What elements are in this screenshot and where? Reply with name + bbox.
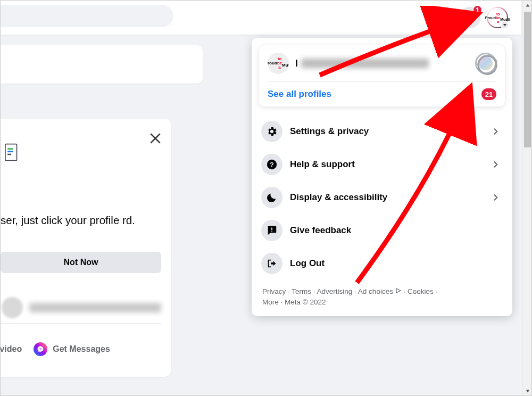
svg-rect-5 (7, 154, 11, 155)
avatar (2, 297, 23, 318)
notification-badge: 1 (472, 5, 483, 15)
menu-log-out[interactable]: Log Out (259, 247, 505, 280)
chevron-right-icon (489, 158, 503, 171)
blurred-profile-row[interactable] (1, 297, 161, 324)
svg-rect-8 (271, 228, 272, 230)
get-messages[interactable]: Get Messages (34, 342, 110, 356)
document-icon (5, 143, 19, 162)
menu-label: Give feedback (290, 225, 503, 236)
chevron-right-icon (489, 125, 503, 138)
footer-cookies[interactable]: Cookies (408, 287, 434, 295)
adchoices-icon (395, 286, 402, 297)
menu-help-support[interactable]: ? Help & support (259, 148, 505, 181)
account-menu-panel: Proudto be aMusl I See all profiles 21 (252, 38, 512, 316)
menu-settings-privacy[interactable]: Settings & privacy (259, 115, 505, 148)
footer-terms[interactable]: Terms (292, 287, 311, 295)
svg-text:?: ? (270, 161, 274, 169)
logout-icon (261, 253, 282, 274)
svg-rect-3 (7, 148, 13, 150)
get-messages-label: Get Messages (53, 344, 110, 354)
scroll-down-button[interactable] (523, 386, 532, 395)
profile-name: I (295, 58, 469, 69)
browser-scrollbar[interactable] (522, 1, 531, 395)
footer-advertising[interactable]: Advertising (317, 287, 353, 295)
chevron-right-icon (489, 191, 503, 204)
divider (268, 81, 496, 82)
close-button[interactable] (148, 131, 162, 147)
blurred-name (301, 59, 429, 68)
menu-label: Help & support (290, 159, 481, 170)
messenger-button[interactable] (431, 7, 453, 28)
account-avatar-button[interactable]: Proudto be aMusli (487, 7, 508, 28)
gear-icon (261, 121, 282, 142)
footer-more[interactable]: More (262, 298, 279, 306)
refresh-ring-icon (475, 53, 500, 77)
svg-rect-4 (7, 151, 13, 153)
messenger-icon (34, 342, 47, 356)
footer-meta: Meta © 2022 (285, 298, 326, 306)
svg-rect-9 (271, 230, 272, 232)
menu-label: Log Out (290, 258, 503, 269)
footer-links: Privacy Terms Advertising Ad choices Coo… (259, 284, 505, 311)
left-card-top (1, 45, 203, 84)
moon-icon (261, 187, 282, 208)
blurred-text (29, 303, 161, 312)
profile-avatar: Proudto be aMusl (268, 53, 289, 74)
menu-label: Display & accessibility (290, 192, 481, 203)
menu-display-accessibility[interactable]: Display & accessibility (259, 181, 505, 214)
profile-card: Proudto be aMusl I See all profiles 21 (259, 45, 505, 106)
scroll-up-button[interactable] (523, 1, 532, 10)
see-all-profiles-link[interactable]: See all profiles (268, 89, 331, 100)
profile-row[interactable]: Proudto be aMusl I (268, 53, 496, 74)
menu-give-feedback[interactable]: Give feedback (259, 214, 505, 247)
scroll-thumb[interactable] (524, 12, 531, 147)
feedback-icon (261, 220, 282, 241)
notifications-button[interactable]: 1 (459, 7, 480, 28)
account-menu: Settings & privacy ? Help & support Disp… (259, 115, 505, 280)
help-icon: ? (261, 154, 282, 175)
profile-hint-text: ser, just click your profile rd. (1, 212, 142, 228)
menu-label: Settings & privacy (290, 126, 481, 137)
not-now-button[interactable]: Not Now (1, 252, 161, 273)
footer-privacy[interactable]: Privacy (262, 287, 286, 295)
profiles-count-badge: 21 (481, 88, 496, 100)
search-pill[interactable] (1, 5, 173, 27)
switch-profile-button[interactable] (475, 53, 496, 74)
chevron-down-icon (501, 21, 509, 29)
bottom-row: /video Get Messages (0, 342, 168, 356)
top-bar: 1 Proudto be aMusli (1, 1, 521, 35)
footer-ad-choices[interactable]: Ad choices (358, 287, 393, 295)
left-card-main (1, 119, 171, 377)
video-label[interactable]: /video (0, 344, 22, 354)
